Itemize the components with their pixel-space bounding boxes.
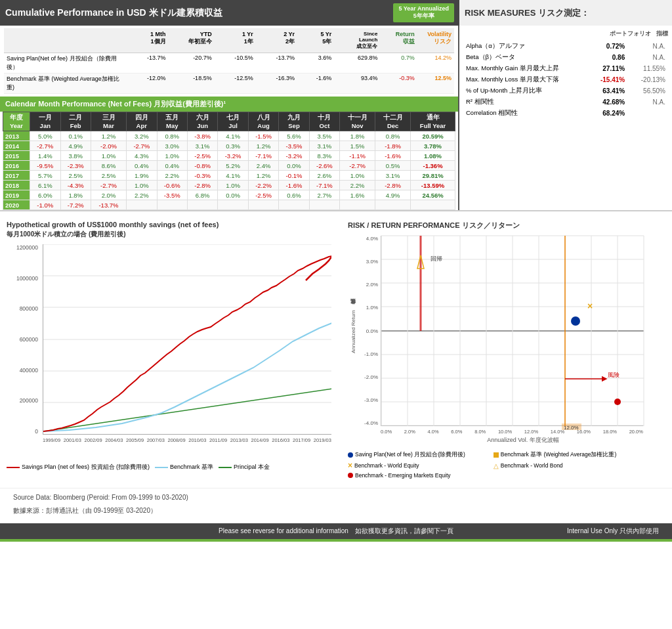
- growth-x-axis: 1999/09 2001/03 2002/09 2004/03 2005/09 …: [43, 437, 331, 443]
- calendar-title: Calendar Month Performance (Net of Fees)…: [5, 100, 226, 108]
- cumulative-section: 1 Mth1個月 YTD年初至今 1 Yr1年 2 Yr2年 5 Yr5年 Si…: [0, 26, 458, 97]
- legend-benchmark-weighted: Benchmark 基準 (Weighted Average加権比重): [494, 451, 637, 459]
- col-header-vol: Volatilityリスク: [417, 30, 454, 51]
- cum-row1-ytd: -20.7%: [169, 53, 215, 73]
- risk-row: R² 相関性42.68%N.A.: [463, 97, 668, 108]
- five-year-badge: 5 Year Annualized 5年年率: [393, 3, 454, 22]
- cum-row2-vol: 12.5%: [417, 74, 454, 93]
- col-apr: 四月Apr: [127, 112, 157, 131]
- risk-row: Alpha（α）アルファ0.72%N.A.: [463, 41, 668, 52]
- col-header-2yr: 2 Yr2年: [256, 30, 297, 51]
- legend-principal-label: Principal 本金: [234, 463, 270, 471]
- cum-row1-mth: -13.7%: [122, 53, 168, 73]
- risk-col-headers: ポートフォリオ 指標: [463, 30, 668, 41]
- growth-chart-title-jp: 毎月1000米ドル積立の場合 (費用差引後): [7, 230, 335, 239]
- rr-x-label: Annualized Vol. 年度化波幅: [381, 436, 665, 445]
- legend-benchmark-line: [155, 467, 168, 468]
- col-oct: 十月Oct: [309, 112, 339, 131]
- footer-center: Please see reverse for additional inform…: [219, 527, 453, 536]
- top-bar: Cumulative Performance in USD 米ドル建累積収益 5…: [0, 0, 672, 26]
- rr-chart-area: × 回帰 風険: [381, 236, 665, 445]
- growth-chart-section: Hypothetical growth of US$1000 monthly s…: [0, 217, 341, 483]
- svg-text:×: ×: [587, 301, 593, 311]
- cum-row1-name: Saving Plan(Net of fee) 月投組合（除費用後）: [4, 53, 122, 73]
- cum-row2-ytd: -18.5%: [169, 74, 215, 93]
- cum-row2-mth: -12.0%: [122, 74, 168, 93]
- footer: Please see reverse for additional inform…: [0, 523, 672, 539]
- legend-emerging: Benchmark - Emerging Markets Equity: [348, 472, 451, 479]
- rr-chart-container: Annualized Return 年度化収益率 4.0% 3.0% 2.0% …: [348, 236, 665, 445]
- legend-benchmark: Benchmark 基準: [155, 463, 213, 471]
- risk-row: % of Up-Month 上昇月比率63.41%56.50%: [463, 85, 668, 97]
- legend-savings-plan: Saving Plan(Net of fee) 月投組合(除費用後): [348, 451, 491, 459]
- legend-world-bond: △ Benchmark - World Bond: [494, 462, 637, 469]
- header-left: Cumulative Performance in USD 米ドル建累積収益 5…: [0, 0, 459, 26]
- growth-legend: Savings Plan (net of fees) 投資組合 (扣除費用後) …: [7, 463, 335, 471]
- cum-row1-1yr: -10.5%: [215, 53, 256, 73]
- growth-y-axis: 1200000 1000000 800000 600000 400000 200…: [7, 244, 41, 435]
- col-mar: 三月Mar: [91, 112, 126, 131]
- source-text1: Source Data: Bloomberg (Peroid: From 09-…: [7, 491, 665, 504]
- col-header-ret: Return収益: [380, 30, 417, 51]
- rr-y-axis: 4.0% 3.0% 2.0% 1.0% 0.0% -1.0% -2.0% -3.…: [360, 236, 378, 426]
- calendar-table: 年度Year 一月Jan 二月Feb 三月Mar 四月Apr 五月May 六月J…: [3, 112, 455, 210]
- rr-y-label-container: Annualized Return 年度化収益率: [348, 236, 360, 426]
- rr-chart-section: RISK / RETURN PERFORMANCE リスク／リターン Annua…: [341, 217, 672, 483]
- legend-principal: Principal 本金: [219, 463, 270, 471]
- growth-chart-area: 1999/09 2001/03 2002/09 2004/03 2005/09 …: [43, 244, 335, 443]
- legend-world-equity: × Benchmark - World Equity: [348, 462, 491, 469]
- col-sep: 九月Sep: [279, 112, 309, 131]
- rr-svg: × 回帰 風険: [381, 236, 643, 426]
- green-bottom-line: [0, 539, 672, 542]
- cum-row1-5yr: 3.6%: [297, 53, 334, 73]
- page-title: Cumulative Performance in USD 米ドル建累積収益: [5, 7, 222, 19]
- risk-table: Alpha（α）アルファ0.72%N.A.Beta（β）ベータ0.86N.A.M…: [463, 41, 668, 119]
- col-header-1mth: 1 Mth1個月: [122, 30, 168, 51]
- col-nov: 十一月Nov: [340, 112, 375, 131]
- col-header-name: [4, 30, 122, 51]
- cum-row-2: Benchmark 基準 (Weighted Average加権比重) -12.…: [4, 74, 454, 94]
- col-aug: 八月Aug: [248, 112, 278, 131]
- emerging-dot: [614, 399, 621, 405]
- legend-benchmark-label: Benchmark 基準: [170, 463, 213, 471]
- risk-portfolio-header: ポートフォリオ: [610, 30, 651, 38]
- cum-row1-ret: 0.7%: [380, 53, 417, 73]
- col-header-1yr: 1 Yr1年: [215, 30, 256, 51]
- risk-row: Max. Monthly Loss 単月最大下落-15.41%-20.13%: [463, 74, 668, 85]
- cum-row-1: Saving Plan(Net of fee) 月投組合（除費用後） -13.7…: [4, 53, 454, 74]
- risk-benchmark-header: 指標: [656, 30, 668, 38]
- cum-row2-launch: 93.4%: [334, 74, 380, 93]
- col-year: 年度Year: [3, 112, 30, 131]
- page: Cumulative Performance in USD 米ドル建累積収益 5…: [0, 0, 672, 629]
- svg-text:風険: 風険: [608, 372, 620, 378]
- rr-y-label: Annualized Return 年度化収益率: [350, 309, 358, 353]
- col-jan: 一月Jan: [30, 112, 60, 131]
- footer-right: Internal Use Only 只供內部使用: [528, 527, 659, 536]
- source-text2: 數據來源：彭博通訊社（由 09-1999至 03-2020）: [7, 504, 665, 518]
- legend-savings-line: [7, 467, 20, 468]
- cum-row2-1yr: -12.5%: [215, 74, 256, 93]
- growth-svg: [43, 244, 331, 435]
- legend-savings-label: Savings Plan (net of fees) 投資組合 (扣除費用後): [22, 463, 150, 471]
- risk-row: Beta（β）ベータ0.86N.A.: [463, 52, 668, 63]
- charts-section: Hypothetical growth of US$1000 monthly s…: [0, 211, 672, 488]
- legend-benchmark-sq: [494, 452, 499, 458]
- calendar-header: Calendar Month Performance (Net of Fees)…: [0, 97, 458, 112]
- col-may: 五月May: [157, 112, 187, 131]
- risk-section: ポートフォリオ 指標 Alpha（α）アルファ0.72%N.A.Beta（β）ベ…: [459, 26, 672, 123]
- col-header-ytd: YTD年初至今: [169, 30, 215, 51]
- cum-row1-2yr: -13.7%: [256, 53, 297, 73]
- svg-text:回帰: 回帰: [430, 255, 442, 262]
- col-dec: 十二月Dec: [375, 112, 411, 131]
- cum-row2-name: Benchmark 基準 (Weighted Average加権比重): [4, 74, 122, 93]
- rr-chart-title: RISK / RETURN PERFORMANCE リスク／リターン: [348, 221, 665, 230]
- risk-panel: ポートフォリオ 指標 Alpha（α）アルファ0.72%N.A.Beta（β）ベ…: [459, 26, 672, 210]
- growth-chart-container: 1200000 1000000 800000 600000 400000 200…: [7, 244, 335, 443]
- risk-header: RISK MEASURES リスク測定：: [459, 0, 672, 26]
- col-jun: 六月Jun: [187, 112, 217, 131]
- cum-row1-vol: 14.2%: [417, 53, 454, 73]
- cum-row2-5yr: -1.6%: [297, 74, 334, 93]
- legend-savings-dot: [348, 452, 353, 458]
- growth-chart-title: Hypothetical growth of US$1000 monthly s…: [7, 221, 335, 228]
- rr-x-axis: 0.0% 2.0% 4.0% 6.0% 8.0% 10.0% 12.0% 14.…: [381, 429, 643, 435]
